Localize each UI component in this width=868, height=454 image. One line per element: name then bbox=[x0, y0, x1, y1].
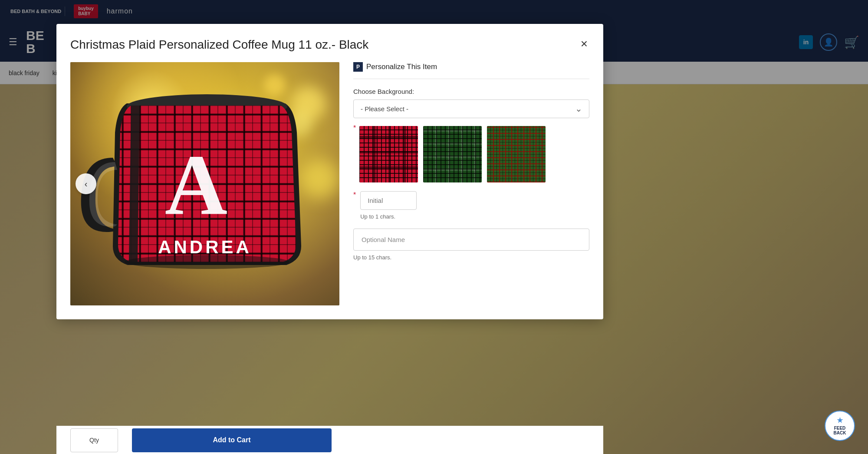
bg-select[interactable]: - Please Select - Red Tartan Dark Green … bbox=[353, 99, 589, 118]
modal-overlay: Christmas Plaid Personalized Coffee Mug … bbox=[0, 0, 868, 454]
feedback-button[interactable]: ★ FEEDBACK bbox=[825, 411, 855, 441]
personalize-icon: P bbox=[353, 62, 363, 72]
swatch-red[interactable] bbox=[359, 126, 418, 182]
bg-form-group: Choose Background: - Please Select - Red… bbox=[353, 88, 589, 182]
personalize-header: P Personalize This Item bbox=[353, 62, 589, 79]
swatches-row bbox=[359, 126, 546, 182]
initial-required-star: * bbox=[353, 191, 356, 199]
svg-point-9 bbox=[125, 255, 289, 269]
personalize-title: Personalize This Item bbox=[366, 63, 437, 71]
initial-row: * Up to 1 chars. bbox=[353, 191, 589, 220]
mug-svg: A ANDREA bbox=[70, 62, 339, 305]
name-char-hint: Up to 15 chars. bbox=[353, 254, 589, 261]
svg-text:ANDREA: ANDREA bbox=[158, 237, 252, 257]
qty-box[interactable]: Qty bbox=[70, 428, 118, 452]
add-to-cart-button[interactable]: Add to Cart bbox=[132, 428, 332, 452]
svg-text:A: A bbox=[165, 137, 227, 233]
product-image-container: A ANDREA ‹ bbox=[70, 62, 339, 305]
required-star: * bbox=[353, 124, 356, 132]
bottom-actions: Qty Add to Cart bbox=[56, 426, 603, 454]
bg-label: Choose Background: bbox=[353, 88, 589, 95]
bg-select-wrapper[interactable]: - Please Select - Red Tartan Dark Green … bbox=[353, 99, 589, 118]
mug-background: A ANDREA bbox=[70, 62, 339, 305]
personalize-panel: P Personalize This Item Choose Backgroun… bbox=[353, 62, 589, 305]
modal-dialog: Christmas Plaid Personalized Coffee Mug … bbox=[56, 24, 603, 319]
feedback-label: FEEDBACK bbox=[834, 426, 846, 435]
swatch-darkgreen[interactable] bbox=[423, 126, 482, 182]
initial-form-group: * Up to 1 chars. bbox=[353, 191, 589, 220]
name-form-group: Up to 15 chars. bbox=[353, 229, 589, 261]
modal-header: Christmas Plaid Personalized Coffee Mug … bbox=[70, 38, 589, 52]
modal-body: A ANDREA ‹ P Personalize This Item bbox=[70, 62, 589, 305]
feedback-star-icon: ★ bbox=[837, 416, 843, 424]
initial-input[interactable] bbox=[360, 191, 417, 210]
modal-title: Christmas Plaid Personalized Coffee Mug … bbox=[70, 38, 368, 52]
swatch-green[interactable] bbox=[487, 126, 546, 182]
prev-image-button[interactable]: ‹ bbox=[76, 173, 96, 194]
modal-close-button[interactable]: × bbox=[579, 38, 589, 50]
optional-name-input[interactable] bbox=[353, 229, 589, 251]
initial-input-wrapper: Up to 1 chars. bbox=[360, 191, 417, 220]
initial-char-hint: Up to 1 chars. bbox=[360, 213, 417, 220]
